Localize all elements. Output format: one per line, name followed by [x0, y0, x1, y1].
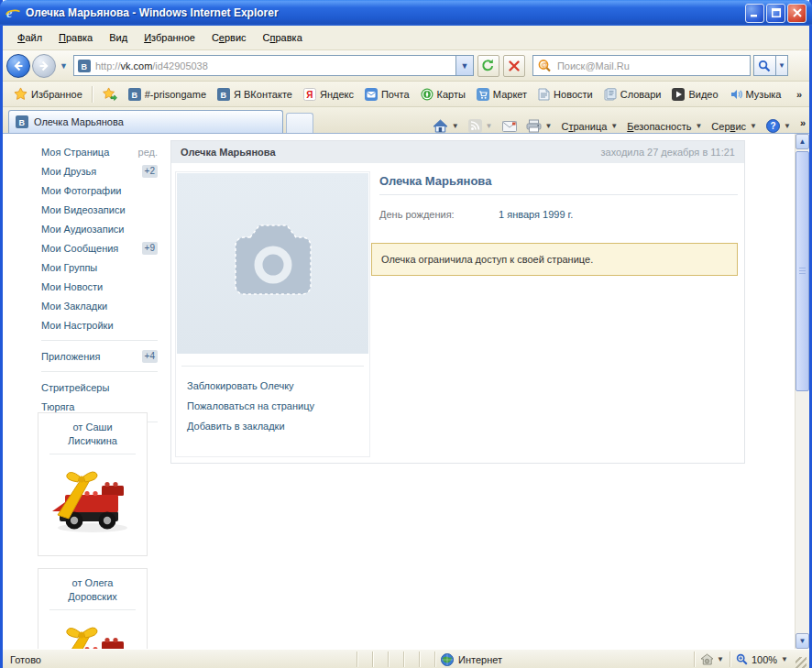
mailru-search-icon: @: [537, 59, 552, 73]
edit-link[interactable]: ред.: [138, 147, 158, 158]
sidebar-item-streetracers[interactable]: Стритрейсеры: [41, 382, 109, 393]
statusbar-separator: [388, 652, 403, 667]
status-text: Готово: [5, 652, 357, 667]
zoom-level: 100%: [752, 654, 777, 665]
block-user-link[interactable]: Заблокировать Олечку: [187, 376, 369, 396]
help-button[interactable]: ? ▼: [766, 119, 791, 133]
sidebar-item-my-page[interactable]: Моя Страница: [41, 147, 109, 158]
favorites-button[interactable]: Избранное: [8, 84, 88, 104]
scrollbar-thumb[interactable]: [796, 151, 809, 391]
gift-car-image: [47, 458, 138, 542]
vk-favicon: B: [78, 60, 91, 72]
ie-logo-icon: e: [5, 5, 20, 20]
back-button[interactable]: [6, 54, 30, 78]
feeds-button[interactable]: ▼: [468, 119, 493, 133]
search-box[interactable]: @: [532, 55, 751, 76]
sidebar-item-my-videos[interactable]: Мои Видеозаписи: [41, 204, 126, 215]
search-input[interactable]: [555, 60, 750, 72]
fav-dictionary[interactable]: Словари: [598, 85, 667, 104]
sidebar-item-tyuryaga[interactable]: Тюряга: [41, 401, 74, 412]
maximize-button[interactable]: [766, 4, 785, 23]
read-mail-button[interactable]: [502, 121, 517, 132]
menu-edit[interactable]: Правка: [51, 29, 100, 46]
vk-favicon: B: [16, 115, 28, 128]
menu-file[interactable]: Файл: [10, 29, 49, 46]
fav-prisongame[interactable]: B #-prisongame: [123, 85, 212, 104]
sidebar-item-apps[interactable]: Приложения: [41, 351, 100, 362]
commandbar-overflow-chevron[interactable]: »: [800, 117, 804, 128]
zoom-control[interactable]: 100% ▼: [730, 652, 794, 667]
refresh-button[interactable]: [477, 55, 499, 77]
gift-sender-link[interactable]: от ОлегаДоровских: [68, 577, 117, 602]
window-resize-grip[interactable]: [796, 657, 807, 668]
vertical-scrollbar[interactable]: ▲ ▼: [795, 134, 809, 649]
sidebar-item-my-settings[interactable]: Мои Настройки: [41, 320, 114, 331]
sidebar-item-my-photos[interactable]: Мои Фотографии: [41, 185, 121, 196]
svg-text:B: B: [18, 118, 25, 127]
forward-button[interactable]: [32, 54, 56, 78]
sidebar-item-my-news[interactable]: Мои Новости: [41, 281, 103, 292]
fav-video[interactable]: Видео: [666, 85, 723, 104]
menu-view[interactable]: Вид: [102, 29, 135, 46]
maps-icon: [421, 88, 433, 101]
fav-market[interactable]: Маркет: [471, 85, 532, 104]
market-icon: [477, 88, 489, 101]
restricted-access-notice: Олечка ограничила доступ к своей страниц…: [371, 243, 738, 276]
fav-music[interactable]: Музыка: [724, 85, 787, 104]
tab-active[interactable]: B Олечка Марьянова: [8, 110, 283, 133]
birthday-value[interactable]: 1 января 1999 г.: [499, 209, 573, 220]
add-to-favorites-bar-button[interactable]: [97, 84, 123, 104]
scroll-down-arrow[interactable]: ▼: [796, 633, 809, 649]
address-dropdown-button[interactable]: ▼: [456, 55, 474, 76]
menu-help[interactable]: Справка: [256, 29, 310, 46]
sidebar-item-my-friends[interactable]: Мои Друзья: [41, 166, 96, 177]
svg-text:Я: Я: [306, 89, 313, 99]
fav-news[interactable]: Новости: [532, 85, 598, 104]
scroll-up-arrow[interactable]: ▲: [796, 134, 809, 149]
gift-card[interactable]: от ОлегаДоровских: [38, 568, 148, 649]
fav-yandex[interactable]: Я Яндекс: [298, 85, 359, 104]
profile-header: Олечка Марьянова заходила 27 декабря в 1…: [171, 141, 744, 163]
avatar-placeholder: [177, 173, 368, 354]
profile-left-column: Заблокировать Олечку Пожаловаться на стр…: [175, 171, 370, 457]
fav-vkontakte[interactable]: B Я ВКонтакте: [212, 85, 298, 104]
add-bookmark-link[interactable]: Добавить в закладки: [187, 416, 369, 436]
menu-favorites[interactable]: Избранное: [137, 29, 203, 46]
fav-mail[interactable]: Почта: [359, 85, 415, 104]
statusbar-separator: [372, 652, 388, 667]
favorites-bar: Избранное B #-prisongame B Я ВКонтакте Я…: [3, 82, 809, 107]
new-tab-button[interactable]: [286, 113, 313, 133]
counter-badge: +2: [142, 165, 158, 178]
internet-globe-icon: [441, 653, 454, 666]
print-button[interactable]: ▼: [526, 119, 553, 133]
minimize-button[interactable]: [745, 4, 764, 23]
tools-menu[interactable]: Сервис ▼: [711, 121, 757, 132]
search-button[interactable]: [753, 55, 776, 76]
zoom-magnifier-icon: [736, 653, 748, 665]
sidebar-item-my-bookmarks[interactable]: Мои Закладки: [41, 301, 107, 312]
music-icon: [730, 88, 742, 101]
report-page-link[interactable]: Пожаловаться на страницу: [187, 396, 369, 416]
gift-card[interactable]: от СашиЛисичкина: [38, 412, 148, 556]
sidebar-item-my-audio[interactable]: Мои Аудиозаписи: [41, 224, 124, 235]
sidebar-item-my-groups[interactable]: Мои Группы: [41, 262, 97, 273]
fav-maps[interactable]: Карты: [415, 85, 471, 104]
sidebar-item-my-messages[interactable]: Мои Сообщения: [41, 243, 118, 254]
favbar-overflow-chevron[interactable]: »: [793, 89, 804, 100]
favorites-star-icon: [14, 87, 27, 101]
address-bar[interactable]: B http://vk.com/id42905038: [73, 55, 456, 76]
profile-container: Олечка Марьянова заходила 27 декабря в 1…: [170, 140, 745, 464]
recent-pages-dropdown[interactable]: ▼: [60, 61, 68, 71]
security-menu[interactable]: Безопасность ▼: [627, 121, 702, 132]
home-button[interactable]: ▼: [433, 119, 459, 133]
protected-mode-button[interactable]: ▼: [694, 652, 730, 667]
stop-button[interactable]: [503, 55, 525, 77]
close-button[interactable]: [787, 4, 807, 23]
counter-badge: +9: [142, 242, 158, 255]
page-menu[interactable]: Страница ▼: [561, 121, 618, 132]
search-provider-dropdown[interactable]: ▼: [776, 55, 788, 76]
profile-header-name: Олечка Марьянова: [181, 147, 276, 158]
menu-tools[interactable]: Сервис: [204, 29, 254, 46]
gift-sender-link[interactable]: от СашиЛисичкина: [68, 422, 117, 446]
tab-title: Олечка Марьянова: [34, 116, 124, 127]
